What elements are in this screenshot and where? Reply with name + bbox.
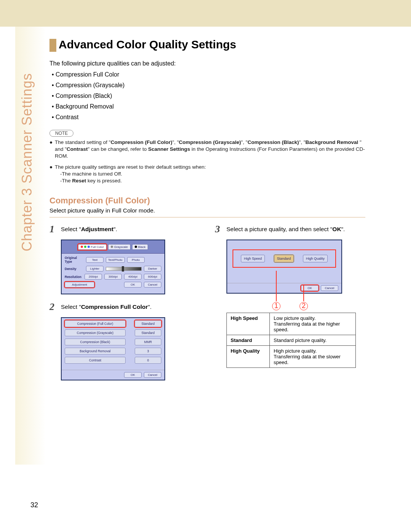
res-200-button[interactable]: 200dpi: [84, 274, 102, 280]
panel-body: High Speed Standard High Quality: [227, 240, 341, 283]
note-sub: -The machine is turned Off.: [60, 171, 206, 177]
note-text: ", ": [172, 139, 179, 145]
text: ".: [113, 226, 117, 232]
list-row-bg-removal[interactable]: Background Removal 3: [65, 348, 161, 355]
table-head: High Speed: [227, 313, 270, 335]
ok-button[interactable]: OK: [124, 372, 142, 378]
content-area: Advanced Color Quality Settings The foll…: [49, 38, 365, 388]
lighter-button[interactable]: Lighter: [86, 266, 104, 272]
panel-body: Compression (Full Color) Standard Compre…: [62, 318, 164, 370]
text-bold: OK: [332, 226, 341, 232]
note-list: ● The standard setting of "Compression (…: [49, 139, 365, 184]
darker-button[interactable]: Darker: [144, 266, 161, 272]
row-name: Background Removal: [65, 348, 126, 355]
panel-footer: OK Cancel: [62, 370, 164, 380]
table-cell: Low picture quality. Transferring data a…: [270, 313, 356, 335]
note-bold: Compression (Black): [247, 139, 299, 145]
table-head: High Quality: [227, 346, 270, 368]
callout-2-icon: 2: [299, 302, 308, 310]
note-text: The standard setting of ": [55, 139, 111, 145]
table-cell: High picture quality. Transferring data …: [270, 346, 356, 368]
step-number: 2: [49, 302, 61, 312]
res-400-button[interactable]: 400dpi: [124, 274, 142, 280]
row-label: Density: [65, 267, 84, 271]
list-row-contrast[interactable]: Contrast 0: [65, 357, 161, 364]
orig-photo-button[interactable]: Photo: [127, 257, 145, 263]
tab-label: Grayscale: [114, 245, 128, 249]
note-text: -The: [60, 178, 72, 184]
adjustment-button[interactable]: Adjustment: [65, 282, 94, 288]
tab-label: Full Color: [91, 245, 104, 249]
note-bold: Reset: [72, 178, 86, 184]
callout-line: [303, 285, 304, 301]
row-value: Standard: [135, 320, 161, 327]
cancel-button[interactable]: Cancel: [144, 282, 161, 288]
note-bold: Compression (Full Color): [111, 139, 172, 145]
right-column: 3 Select a picture quality, and then sel…: [215, 224, 365, 388]
step-text: Select a picture quality, and then selec…: [226, 224, 345, 234]
quality-table: High Speed Low picture quality. Transfer…: [226, 313, 356, 368]
slider-thumb-icon: [122, 266, 124, 272]
text: Select ": [61, 226, 81, 232]
section-title: Compression (Full Color): [49, 196, 365, 206]
note-bold: Compression (Grayscale): [179, 139, 241, 145]
text: Select a picture quality, and then selec…: [226, 226, 332, 232]
title-tab-icon: [49, 39, 56, 52]
tab-grayscale[interactable]: Grayscale: [108, 244, 131, 250]
orig-textphoto-button[interactable]: Text/Photo: [106, 257, 125, 263]
tab-full-color[interactable]: Full Color: [78, 244, 107, 250]
chapter-label: Chapter 3 Scanner Settings: [19, 61, 42, 251]
res-600-button[interactable]: 600dpi: [144, 274, 161, 280]
columns: 1 Select "Adjustment". Full Color Graysc…: [49, 224, 365, 388]
note-badge: NOTE: [49, 130, 73, 137]
tab-black[interactable]: Black: [132, 244, 148, 250]
quality-item: Compression (Black): [52, 91, 365, 101]
list-row-black[interactable]: Compression (Black) MMR: [65, 339, 161, 345]
row-value: MMR: [135, 339, 161, 345]
list-row-grayscale[interactable]: Compression (Grayscale) Standard: [65, 329, 161, 336]
step-1: 1 Select "Adjustment".: [49, 224, 200, 234]
list-row-full-color[interactable]: Compression (Full Color) Standard: [65, 320, 161, 327]
note-text: ", ": [299, 139, 305, 145]
intro-text: The following picture qualities can be a…: [49, 60, 365, 67]
note-item-2: ● The picture quality settings are reset…: [49, 164, 365, 185]
orig-text-button[interactable]: Text: [86, 257, 104, 263]
text-bold: Compression Full Color: [81, 304, 148, 310]
cancel-button[interactable]: Cancel: [144, 372, 161, 378]
page-number: 32: [30, 501, 38, 509]
ok-button[interactable]: OK: [124, 282, 142, 288]
note-text: " can be changed, refer to: [88, 146, 148, 152]
quality-item: Contrast: [52, 112, 365, 123]
note-bold: Scanner Settings: [148, 146, 190, 152]
screenshot-compression-list: Compression (Full Color) Standard Compre…: [61, 317, 165, 380]
step-text: Select "Adjustment".: [61, 224, 117, 234]
text: ".: [148, 304, 152, 310]
note-bold: Background Removal: [306, 139, 358, 145]
divider: [49, 217, 365, 217]
standard-button[interactable]: Standard: [274, 255, 294, 262]
table-row: Standard Standard picture quality.: [227, 335, 356, 346]
row-name: Contrast: [65, 357, 126, 364]
density-slider[interactable]: [106, 267, 142, 271]
cancel-button[interactable]: Cancel: [321, 285, 338, 291]
high-speed-button[interactable]: High Speed: [241, 255, 265, 262]
row-value: 3: [135, 348, 161, 355]
row-value: Standard: [135, 329, 161, 336]
step-2: 2 Select "Compression Full Color".: [49, 302, 200, 312]
table-row: High Speed Low picture quality. Transfer…: [227, 313, 356, 335]
table-head: Standard: [227, 335, 270, 346]
panel-footer: OK Cancel: [227, 283, 341, 293]
table-cell: Standard picture quality.: [270, 335, 356, 346]
row-value: 0: [135, 357, 161, 364]
top-band: [0, 0, 411, 27]
screenshot-adjustment-panel: Full Color Grayscale Black Original Type…: [61, 240, 165, 294]
row-label: Original Type: [65, 256, 84, 264]
high-quality-button[interactable]: High Quality: [303, 255, 328, 262]
title-text: Advanced Color Quality Settings: [59, 38, 236, 51]
res-300-button[interactable]: 300dpi: [104, 274, 122, 280]
callout-1-icon: 1: [272, 302, 280, 310]
step-number: 1: [49, 224, 61, 234]
note-bold: Contrast: [67, 146, 88, 152]
row-name: Compression (Black): [65, 339, 126, 345]
section-desc: Select picture quality in Full Color mod…: [49, 207, 365, 214]
